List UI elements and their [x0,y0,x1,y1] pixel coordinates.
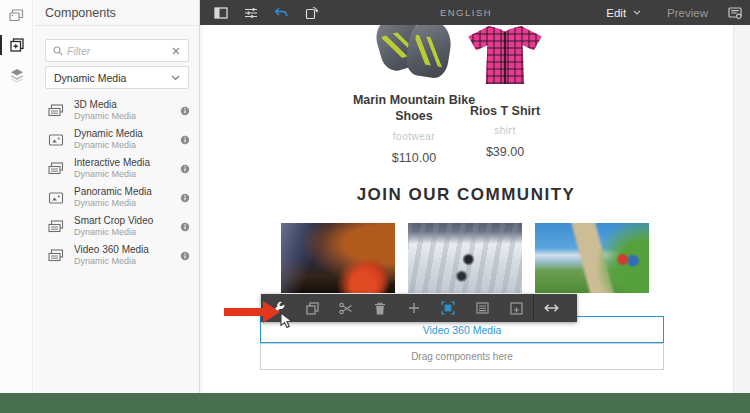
chevron-down-icon [171,75,180,81]
component-toolbar [261,294,577,322]
component-item-interactive-media[interactable]: Interactive Media Dynamic Media [34,154,199,183]
product-name: Rios T Shirt [437,103,573,119]
scrollbar-track[interactable] [733,25,750,413]
group-button[interactable] [499,294,533,322]
preview-button[interactable]: Preview [667,7,708,19]
dynamic-media-button[interactable] [431,294,465,322]
undo-icon [274,7,288,19]
device-emulator-button[interactable] [296,0,326,25]
product-category: shirt [437,125,573,136]
info-icon[interactable] [180,164,190,174]
component-item-subtitle: Dynamic Media [74,256,180,267]
copy-icon [306,302,319,315]
dynamic-media-icon [441,301,455,315]
rail-tab-assets[interactable] [0,0,33,30]
component-item-subtitle: Dynamic Media [74,111,180,122]
media-stack-icon [48,162,65,175]
component-item-title: Smart Crop Video [74,215,180,227]
page-title: ENGLISH [440,7,492,18]
component-group-value: Dynamic Media [54,72,126,84]
community-photos [281,223,649,293]
component-item-title: Interactive Media [74,157,180,169]
content-tree-icon [10,69,24,82]
drop-zone[interactable]: Drag components here [260,343,664,370]
component-item-dynamic-media[interactable]: Dynamic Media Dynamic Media [34,125,199,154]
properties-icon [244,7,258,19]
info-icon[interactable] [180,251,190,261]
insert-plus-icon [408,302,420,314]
component-item-smart-crop-video[interactable]: Smart Crop Video Dynamic Media [34,212,199,241]
annotations-icon [728,7,742,19]
assets-icon [9,9,24,22]
clear-filter-icon[interactable] [172,47,180,55]
filter-box [45,39,189,62]
night-campsite-photo[interactable] [281,223,395,293]
product-card-t-shirt[interactable]: Rios T Shirt shirt $39.00 [437,25,573,159]
component-item-title: 3D Media [74,99,180,111]
components-icon [10,38,24,52]
undo-button[interactable] [266,0,296,25]
components-panel-title: Components [34,0,199,26]
mountain-bikers-photo[interactable] [535,223,649,293]
image-icon [48,134,65,146]
resize-handle-button[interactable] [534,294,568,322]
component-item-title: Panoramic Media [74,186,180,198]
media-stack-icon [48,220,65,233]
cut-button[interactable] [329,294,363,322]
media-stack-icon [48,249,65,262]
info-icon[interactable] [180,106,190,116]
annotations-button[interactable] [728,7,742,19]
configure-wrench-icon [271,301,285,315]
component-item-subtitle: Dynamic Media [74,169,180,180]
component-list: 3D Media Dynamic Media Dynamic Media Dyn… [34,96,199,270]
panel-toggle-icon [214,7,228,19]
cut-scissors-icon [339,302,353,315]
component-item-panoramic-media[interactable]: Panoramic Media Dynamic Media [34,183,199,212]
page-editing-area: Marin Mountain Bike Shoes footwear $110.… [200,25,750,413]
component-item-title: Dynamic Media [74,128,180,140]
insert-component-button[interactable] [397,294,431,322]
editor-top-bar: ENGLISH Edit Preview [200,0,750,25]
info-icon[interactable] [180,135,190,145]
community-heading: JOIN OUR COMMUNITY [200,185,732,205]
info-icon[interactable] [180,193,190,203]
group-icon [510,302,523,315]
page-footer-band [0,393,750,413]
product-price: $39.00 [437,145,573,159]
configure-button[interactable] [261,294,295,322]
drop-zone-label: Drag components here [411,351,513,362]
selected-component-label: Video 360 Media [423,324,502,336]
copy-button[interactable] [295,294,329,322]
page-properties-button[interactable] [236,0,266,25]
resize-width-icon [544,303,559,313]
rail-tab-components[interactable] [0,30,33,60]
device-rotate-icon [305,6,318,19]
component-group-select[interactable]: Dynamic Media [45,66,189,89]
info-icon[interactable] [180,222,190,232]
rail-tab-content-tree[interactable] [0,60,33,90]
search-icon [53,46,63,56]
chevron-down-icon [633,10,641,15]
component-item-subtitle: Dynamic Media [74,227,180,238]
filter-input[interactable] [67,45,172,57]
layout-icon [476,302,489,314]
ice-climbing-photo[interactable] [408,223,522,293]
edit-mode-label: Edit [606,7,626,19]
component-item-video-360-media[interactable]: Video 360 Media Dynamic Media [34,241,199,270]
components-panel: Components Dynamic Media 3D Media Dynami… [34,0,200,413]
mode-select-edit[interactable]: Edit [606,7,641,19]
component-item-title: Video 360 Media [74,244,180,256]
component-item-subtitle: Dynamic Media [74,140,180,151]
media-stack-icon [48,104,65,117]
layout-button[interactable] [465,294,499,322]
delete-button[interactable] [363,294,397,322]
delete-trash-icon [374,302,386,315]
component-item-subtitle: Dynamic Media [74,198,180,209]
image-icon [48,192,65,204]
component-item-3d-media[interactable]: 3D Media Dynamic Media [34,96,199,125]
toggle-side-panel-button[interactable] [206,0,236,25]
product-image-t-shirt [437,25,573,87]
side-rail [0,0,33,413]
